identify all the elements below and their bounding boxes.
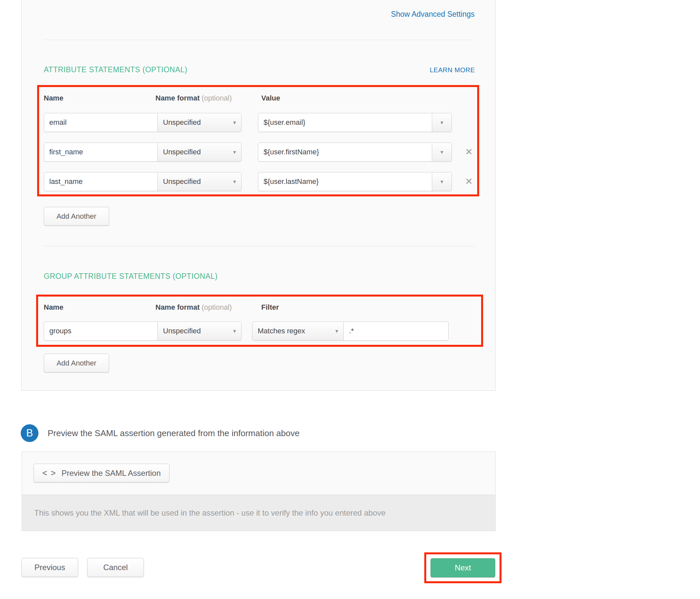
preview-helper-text: This shows you the XML that will be used…	[22, 495, 495, 531]
name-column-header: Name	[44, 94, 155, 102]
group-column-headers: Name Name format (optional) Filter	[44, 303, 481, 312]
saml-settings-panel: Show Advanced Settings ATTRIBUTE STATEME…	[21, 0, 496, 391]
name-format-label: Name format	[155, 94, 199, 102]
attribute-name-input[interactable]	[44, 172, 158, 191]
chevron-down-icon: ▾	[233, 329, 236, 334]
selected-format: Unspecified	[163, 148, 201, 156]
attribute-statements-header-row: ATTRIBUTE STATEMENTS (OPTIONAL) LEARN MO…	[44, 66, 475, 74]
optional-label: (optional)	[202, 94, 232, 102]
attribute-row-last-name: Unspecified ▾ ▾ ✕	[44, 172, 477, 191]
attribute-column-headers: Name Name format (optional) Value	[44, 94, 477, 103]
learn-more-link[interactable]: LEARN MORE	[430, 66, 475, 74]
show-advanced-settings-link[interactable]: Show Advanced Settings	[391, 10, 475, 18]
group-name-input[interactable]	[44, 321, 158, 341]
optional-label: (optional)	[202, 303, 232, 311]
attribute-row-first-name: Unspecified ▾ ▾ ✕	[44, 142, 477, 162]
group-attribute-highlight-box: Name Name format (optional) Filter Unspe…	[36, 294, 483, 347]
step-b-badge: B	[21, 424, 39, 442]
next-button[interactable]: Next	[430, 558, 495, 577]
name-format-column-header: Name format (optional)	[155, 303, 261, 312]
value-dropdown-button[interactable]: ▾	[432, 142, 452, 162]
value-dropdown-button[interactable]: ▾	[432, 113, 452, 132]
advanced-settings-row: Show Advanced Settings	[22, 0, 495, 20]
preview-saml-assertion-button[interactable]: < > Preview the SAML Assertion	[33, 464, 170, 483]
name-format-select[interactable]: Unspecified ▾	[157, 142, 242, 162]
value-dropdown-button[interactable]: ▾	[432, 172, 452, 191]
chevron-down-icon: ▾	[233, 120, 236, 126]
chevron-down-icon: ▾	[335, 329, 338, 334]
footer-left-buttons: Previous Cancel	[21, 558, 144, 577]
remove-row-icon[interactable]: ✕	[465, 177, 473, 186]
value-combo: ▾	[258, 172, 452, 191]
step-b-title: Preview the SAML assertion generated fro…	[48, 428, 299, 438]
preview-panel-top: < > Preview the SAML Assertion	[22, 452, 495, 495]
selected-format: Unspecified	[163, 118, 201, 127]
preview-assertion-panel: < > Preview the SAML Assertion This show…	[22, 451, 496, 531]
chevron-down-icon: ▾	[441, 120, 443, 126]
attribute-statements-highlight-box: Name Name format (optional) Value Unspec…	[37, 85, 479, 197]
group-attribute-statements-title: GROUP ATTRIBUTE STATEMENTS (OPTIONAL)	[44, 272, 475, 281]
attribute-row-email: Unspecified ▾ ▾	[44, 113, 477, 132]
cancel-button[interactable]: Cancel	[87, 558, 144, 577]
remove-row-icon[interactable]: ✕	[465, 148, 473, 157]
attribute-name-input[interactable]	[44, 113, 158, 132]
filter-column-header: Filter	[261, 303, 279, 312]
step-b-row: B Preview the SAML assertion generated f…	[21, 424, 299, 442]
name-format-select[interactable]: Unspecified ▾	[157, 172, 242, 191]
name-format-select[interactable]: Unspecified ▾	[157, 113, 242, 132]
divider	[44, 40, 475, 40]
wizard-footer: Previous Cancel Next	[21, 552, 501, 583]
filter-type-select[interactable]: Matches regex ▾	[252, 321, 344, 341]
value-combo: ▾	[258, 113, 452, 132]
filter-value-input[interactable]	[344, 321, 449, 341]
name-format-column-header: Name format (optional)	[155, 94, 261, 102]
divider	[44, 246, 475, 246]
name-format-label: Name format	[155, 303, 199, 311]
attribute-statements-title: ATTRIBUTE STATEMENTS (OPTIONAL)	[44, 66, 187, 74]
name-format-select[interactable]: Unspecified ▾	[157, 321, 242, 341]
chevron-down-icon: ▾	[441, 179, 443, 185]
add-another-attribute-button[interactable]: Add Another	[44, 207, 109, 226]
chevron-down-icon: ▾	[233, 179, 236, 185]
next-button-highlight-box: Next	[424, 552, 501, 583]
code-icon: < >	[42, 468, 56, 478]
selected-format: Unspecified	[163, 327, 201, 335]
attribute-value-input[interactable]	[258, 172, 432, 191]
selected-filter-type: Matches regex	[258, 327, 305, 335]
add-another-group-attribute-button[interactable]: Add Another	[44, 354, 109, 372]
previous-button[interactable]: Previous	[21, 558, 78, 577]
selected-format: Unspecified	[163, 177, 201, 186]
chevron-down-icon: ▾	[233, 150, 236, 155]
preview-button-label: Preview the SAML Assertion	[61, 469, 161, 478]
attribute-value-input[interactable]	[258, 113, 432, 132]
value-column-header: Value	[261, 94, 280, 102]
attribute-name-input[interactable]	[44, 142, 158, 162]
chevron-down-icon: ▾	[441, 150, 443, 155]
group-attribute-row: Unspecified ▾ Matches regex ▾	[44, 321, 481, 341]
name-column-header: Name	[44, 303, 155, 312]
attribute-value-input[interactable]	[258, 142, 432, 162]
value-combo: ▾	[258, 142, 452, 162]
